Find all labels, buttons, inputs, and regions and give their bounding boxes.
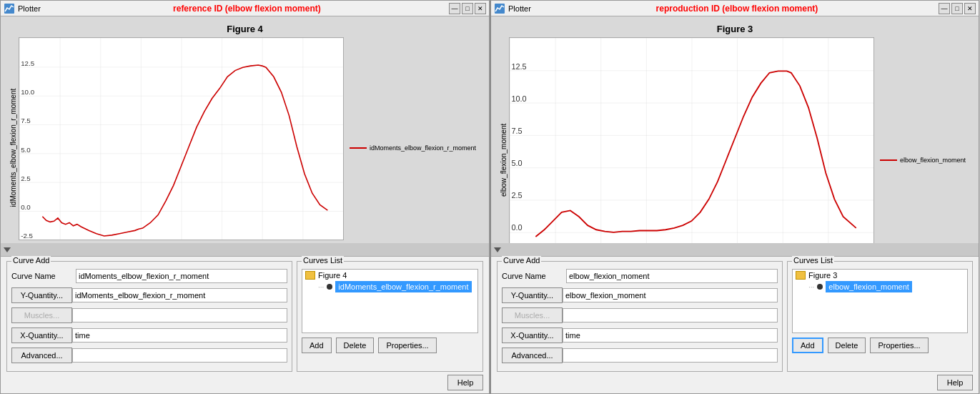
advanced-input-left[interactable] [72, 348, 287, 363]
x-quantity-btn-left[interactable]: X-Quantity... [11, 327, 72, 343]
folder-icon-right [796, 271, 806, 280]
legend-label-left: idMoments_elbow_flexion_r_moment [370, 144, 476, 152]
titlebar-right: Plotter reproduction ID (elbow flexion m… [491, 1, 979, 16]
chart-plot-wrap-right: -2.5 0.0 2.5 5.0 7.5 10.0 12.5 0.00 [509, 37, 874, 243]
folder-icon-left [305, 271, 315, 280]
add-btn-right[interactable]: Add [792, 338, 823, 353]
legend-item-left: idMoments_elbow_flexion_r_moment [350, 144, 476, 152]
help-row-left: Help [6, 375, 483, 390]
y-quantity-btn-right[interactable]: Y-Quantity... [502, 287, 563, 303]
divider-left [1, 243, 489, 256]
app-icon-left [4, 3, 15, 14]
properties-btn-left[interactable]: Properties... [378, 338, 436, 353]
form-row-muscles-left: Muscles... [11, 307, 287, 323]
curves-list-section-left: Curves List Figure 4 ··· idMoments_elbow… [297, 261, 483, 372]
curve-name-input-right[interactable] [566, 269, 778, 283]
maximize-btn-right[interactable]: □ [951, 3, 963, 14]
chart-svg-right: -2.5 0.0 2.5 5.0 7.5 10.0 12.5 [509, 37, 874, 243]
win-controls-right: — □ ✕ [939, 3, 976, 14]
tree-child-left: ··· idMoments_elbow_flexion_r_moment [302, 281, 477, 292]
advanced-btn-left[interactable]: Advanced... [11, 348, 72, 363]
win-controls-left: — □ ✕ [449, 3, 486, 14]
dot-icon-right [817, 284, 823, 290]
curve-add-label-left: Curve Add [11, 256, 51, 265]
help-btn-right[interactable]: Help [937, 375, 973, 390]
arrow-down-left [4, 247, 11, 252]
chart-inner-right: elbow_flexion_moment -2.5 [498, 37, 971, 243]
muscles-btn-right[interactable]: Muscles... [502, 307, 563, 323]
form-row-advanced-left: Advanced... [11, 348, 287, 363]
chart-inner-left: idMoments_elbow_flexion_r_moment [8, 37, 482, 243]
tree-child-right: ··· elbow_flexion_moment [793, 281, 967, 292]
legend-line-right [880, 159, 897, 161]
chart-legend-right: elbow_flexion_moment [874, 37, 971, 243]
divider-right [491, 243, 979, 256]
chart-container-right: Figure 3 elbow_flexion_moment [498, 24, 971, 236]
properties-btn-right[interactable]: Properties... [870, 338, 928, 353]
help-row-right: Help [497, 375, 973, 390]
form-row-curvename-right: Curve Name [502, 269, 778, 283]
form-row-advanced-right: Advanced... [502, 348, 778, 363]
advanced-input-right[interactable] [563, 348, 778, 363]
tree-folder-label-right: Figure 3 [808, 271, 837, 280]
svg-text:7.5: 7.5 [511, 127, 522, 135]
window-right: Plotter reproduction ID (elbow flexion m… [490, 0, 979, 394]
form-row-xquantity-left: X-Quantity... [11, 327, 287, 343]
help-btn-left[interactable]: Help [447, 375, 483, 390]
legend-item-right: elbow_flexion_moment [880, 157, 966, 164]
tree-folder-right[interactable]: Figure 3 [793, 270, 967, 281]
x-quantity-input-left[interactable] [72, 328, 287, 343]
legend-label-right: elbow_flexion_moment [900, 157, 966, 164]
close-btn-left[interactable]: ✕ [475, 3, 486, 14]
arrow-down-right [494, 247, 501, 252]
window-left: Plotter reference ID (elbow flexion mome… [0, 0, 490, 394]
muscles-btn-left[interactable]: Muscles... [11, 307, 72, 323]
y-axis-label-left: idMoments_elbow_flexion_r_moment [8, 37, 19, 243]
app-icon-right [494, 3, 505, 14]
curve-name-input-left[interactable] [76, 269, 287, 283]
chart-plot-wrap-left: -2.5 0.0 2.5 5.0 7.5 10.0 12.5 0.00 [19, 37, 344, 243]
form-row-yquantity-left: Y-Quantity... [11, 287, 287, 303]
form-row-muscles-right: Muscles... [502, 307, 778, 323]
x-quantity-btn-right[interactable]: X-Quantity... [502, 327, 563, 343]
y-quantity-input-left[interactable] [72, 288, 287, 302]
tree-item-left[interactable]: idMoments_elbow_flexion_r_moment [335, 281, 471, 292]
y-quantity-btn-left[interactable]: Y-Quantity... [11, 287, 72, 303]
svg-text:5.0: 5.0 [511, 159, 522, 167]
muscles-input-left[interactable] [72, 308, 287, 322]
y-quantity-input-right[interactable] [563, 288, 778, 302]
delete-btn-right[interactable]: Delete [828, 338, 866, 353]
minimize-btn-left[interactable]: — [449, 3, 460, 14]
dot-icon-left [327, 284, 332, 290]
svg-text:10.0: 10.0 [511, 94, 526, 103]
svg-text:2.5: 2.5 [511, 191, 522, 200]
minimize-btn-right[interactable]: — [939, 3, 950, 14]
muscles-input-right[interactable] [563, 308, 778, 322]
tree-folder-left[interactable]: Figure 4 [302, 270, 477, 281]
curves-list-inner-right[interactable]: Figure 3 ··· elbow_flexion_moment [792, 269, 968, 333]
tree-item-right[interactable]: elbow_flexion_moment [826, 281, 912, 292]
curve-add-label-right: Curve Add [502, 256, 541, 265]
chart-legend-left: idMoments_elbow_flexion_r_moment [344, 37, 482, 243]
curves-list-inner-left[interactable]: Figure 4 ··· idMoments_elbow_flexion_r_m… [302, 269, 478, 333]
chart-container-left: Figure 4 idMoments_elbow_flexion_r_momen… [8, 24, 482, 236]
delete-btn-left[interactable]: Delete [336, 338, 375, 353]
y-axis-label-right: elbow_flexion_moment [498, 37, 509, 243]
advanced-btn-right[interactable]: Advanced... [502, 348, 563, 363]
form-row-yquantity-right: Y-Quantity... [502, 287, 778, 303]
x-quantity-input-right[interactable] [563, 328, 778, 343]
maximize-btn-left[interactable]: □ [462, 3, 473, 14]
close-btn-right[interactable]: ✕ [964, 3, 976, 14]
legend-line-left [350, 147, 367, 149]
curves-list-buttons-left: Add Delete Properties... [302, 338, 478, 353]
curve-name-label-right: Curve Name [502, 272, 566, 280]
curves-list-label-right: Curves List [792, 256, 834, 265]
form-row-xquantity-right: X-Quantity... [502, 327, 778, 343]
app-label-right: Plotter [508, 4, 531, 13]
tree-folder-label-left: Figure 4 [318, 271, 347, 280]
chart-title-left: Figure 4 [227, 24, 263, 34]
titlebar-left: Plotter reference ID (elbow flexion mome… [1, 1, 489, 16]
svg-text:0.0: 0.0 [21, 203, 31, 211]
add-btn-left[interactable]: Add [302, 338, 332, 353]
plot-area-left: Figure 4 idMoments_elbow_flexion_r_momen… [1, 16, 489, 243]
